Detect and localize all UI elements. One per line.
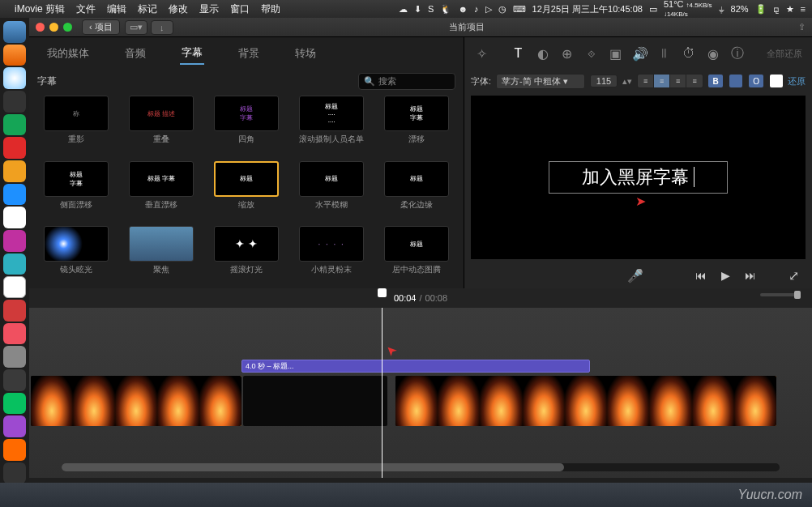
- status-wifi-icon[interactable]: ⏚: [719, 4, 724, 14]
- font-family-select[interactable]: 苹方-简 中粗体 ▾: [496, 74, 585, 89]
- fullscreen-icon[interactable]: ⤢: [788, 268, 799, 283]
- status-play-icon[interactable]: ▷: [485, 4, 492, 15]
- back-projects-button[interactable]: ‹ 项目: [82, 19, 120, 35]
- dock-app-15[interactable]: [3, 346, 26, 368]
- volume-icon[interactable]: 🔊: [633, 46, 647, 61]
- tab-my-media[interactable]: 我的媒体: [45, 43, 91, 64]
- menu-help[interactable]: 帮助: [261, 2, 280, 16]
- color-correction-icon[interactable]: ⊕: [560, 46, 575, 61]
- dock-app-18[interactable]: [3, 415, 26, 437]
- tab-transitions[interactable]: 转场: [293, 43, 318, 64]
- dock-wechat[interactable]: [3, 393, 26, 415]
- dock-app-5[interactable]: [3, 114, 26, 136]
- menu-mark[interactable]: 标记: [138, 2, 157, 16]
- status-download-icon[interactable]: ⬇: [414, 4, 421, 15]
- play-button[interactable]: ▶: [721, 269, 730, 282]
- timeline-tracks[interactable]: ➤ 4.0 秒 – 标题...: [29, 308, 812, 478]
- status-clock-icon[interactable]: ◷: [498, 4, 506, 15]
- text-tool-icon[interactable]: T: [511, 46, 526, 61]
- playhead[interactable]: [382, 308, 382, 478]
- voiceover-icon[interactable]: 🎤: [627, 268, 643, 283]
- status-keyboard-icon[interactable]: ⌨: [513, 4, 526, 15]
- app-menu[interactable]: iMovie 剪辑: [15, 2, 65, 16]
- bold-button[interactable]: B: [708, 75, 723, 87]
- outline-button[interactable]: O: [749, 75, 763, 87]
- title-thumbnail[interactable]: 标题水平模糊: [292, 161, 372, 220]
- timeline-scrollbar[interactable]: [62, 463, 780, 471]
- video-clip-black[interactable]: [243, 376, 387, 426]
- title-thumbnail[interactable]: 小精灵粉末: [292, 226, 372, 285]
- restore-all-button[interactable]: 全部还原: [767, 48, 802, 60]
- time-ruler[interactable]: 00:04 / 00:08: [29, 288, 812, 308]
- next-button[interactable]: ⏭: [745, 269, 756, 282]
- title-thumbnail[interactable]: 标题居中动态图腾: [377, 226, 457, 285]
- dock-app-12[interactable]: [3, 276, 26, 298]
- video-clip-2[interactable]: [395, 376, 776, 426]
- dock-safari[interactable]: [3, 67, 26, 89]
- dock-app-7[interactable]: [3, 160, 26, 182]
- dock-app-10[interactable]: [3, 230, 26, 252]
- status-battery[interactable]: 82%: [731, 4, 749, 14]
- stabilize-icon[interactable]: ▣: [609, 46, 623, 61]
- filter-icon[interactable]: ◉: [706, 46, 720, 61]
- status-bluetooth-icon[interactable]: ⚼: [773, 4, 780, 15]
- status-s-icon[interactable]: S: [428, 4, 434, 14]
- color-balance-icon[interactable]: ◐: [536, 46, 550, 61]
- align-right-button[interactable]: ≡: [670, 75, 686, 87]
- dock-calendar[interactable]: [3, 207, 26, 228]
- title-clip[interactable]: 4.0 秒 – 标题...: [241, 360, 590, 373]
- close-button[interactable]: [36, 23, 45, 32]
- dock-app-20[interactable]: [3, 462, 26, 484]
- align-justify-button[interactable]: ≡: [686, 75, 703, 87]
- status-qq-icon[interactable]: 🐧: [440, 4, 451, 15]
- dock-app-19[interactable]: [3, 439, 26, 461]
- video-preview[interactable]: 加入黑屏字幕 ➤: [471, 96, 806, 259]
- auto-enhance-icon[interactable]: ✧: [474, 46, 489, 61]
- title-thumbnail[interactable]: 标题 字幕漂移: [377, 96, 457, 155]
- tab-titles[interactable]: 字幕: [180, 42, 204, 65]
- status-cloud-icon[interactable]: ☁: [399, 4, 408, 15]
- restore-text-button[interactable]: 还原: [788, 75, 806, 87]
- dock-app-4[interactable]: [3, 91, 26, 113]
- title-thumbnail[interactable]: 聚焦: [121, 226, 201, 285]
- dock-app-13[interactable]: [3, 300, 26, 322]
- status-datetime[interactable]: 12月25日 周三上午10:45:08: [532, 3, 643, 15]
- title-thumbnail[interactable]: 标题 ···· ····滚动摄制人员名单: [292, 96, 372, 155]
- dock-app-11[interactable]: [3, 254, 26, 275]
- scrollbar-thumb[interactable]: [62, 463, 564, 471]
- italic-button[interactable]: [729, 75, 742, 87]
- video-clip-1[interactable]: [31, 376, 241, 426]
- minimize-button[interactable]: [49, 23, 58, 32]
- dock-app-14[interactable]: [3, 323, 26, 345]
- tab-audio[interactable]: 音频: [123, 43, 147, 64]
- title-thumbnail[interactable]: 标题 字幕垂直漂移: [121, 161, 201, 220]
- dock-app-8[interactable]: [3, 184, 26, 206]
- speed-icon[interactable]: ⏱: [682, 46, 696, 61]
- status-globe-icon[interactable]: ☻: [458, 4, 468, 14]
- title-thumbnail[interactable]: 镜头眩光: [36, 226, 116, 285]
- menu-modify[interactable]: 修改: [169, 2, 188, 16]
- import-button[interactable]: ↓: [151, 20, 173, 35]
- tab-backgrounds[interactable]: 背景: [237, 43, 261, 64]
- noise-icon[interactable]: ⫴: [657, 46, 672, 61]
- dock-app-16[interactable]: [3, 369, 26, 391]
- dock-finder[interactable]: [3, 21, 26, 43]
- font-size-input[interactable]: 115: [590, 75, 618, 87]
- menu-file[interactable]: 文件: [76, 2, 96, 16]
- dock-app-6[interactable]: [3, 137, 26, 159]
- dock-app-2[interactable]: [3, 45, 26, 66]
- status-display-icon[interactable]: ▭: [649, 4, 657, 15]
- title-text-editor[interactable]: 加入黑屏字幕 ➤: [549, 161, 728, 194]
- title-thumbnail[interactable]: 标题 字幕四角: [206, 96, 286, 155]
- title-thumbnail[interactable]: 标题 字幕侧面漂移: [36, 161, 116, 220]
- search-input[interactable]: 🔍 搜索: [358, 73, 455, 90]
- size-stepper[interactable]: ▴▾: [622, 76, 632, 87]
- zoom-button[interactable]: [63, 23, 72, 32]
- prev-button[interactable]: ⏮: [695, 269, 707, 282]
- status-music-icon[interactable]: ♪: [474, 4, 479, 14]
- title-thumbnail[interactable]: 标题缩放: [206, 161, 286, 220]
- align-left-button[interactable]: ≡: [638, 75, 654, 87]
- info-icon[interactable]: ⓘ: [730, 46, 745, 61]
- menu-view[interactable]: 显示: [199, 2, 219, 16]
- zoom-thumb[interactable]: [794, 291, 801, 299]
